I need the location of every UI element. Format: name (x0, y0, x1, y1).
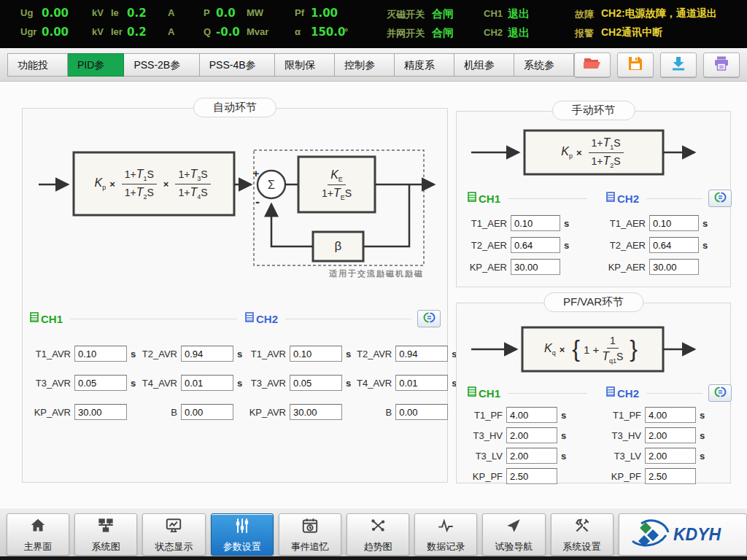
parameter-field: T1_AVRs (245, 346, 351, 362)
tab-控制参数[interactable]: 控制参数 (335, 53, 395, 77)
ch1-header: CH1 (468, 385, 593, 401)
parameter-label: KP_PF (606, 471, 641, 482)
tab-机组参数[interactable]: 机组参数 (454, 53, 514, 77)
print-button[interactable] (703, 52, 740, 77)
parameter-label: T1_AVR (30, 349, 71, 359)
variable: T1 (603, 137, 614, 149)
save-button[interactable] (617, 52, 654, 77)
input-ch1-t1_avr[interactable] (74, 346, 127, 362)
formula-text: 1 (610, 335, 616, 346)
input-ch1-t2_avr[interactable] (181, 346, 233, 362)
variable: Kq (544, 342, 556, 357)
nav-趋势图[interactable]: 趋势图 (347, 513, 409, 556)
input-ch1-kp_aer[interactable] (511, 259, 560, 275)
input-ch1-b[interactable] (181, 404, 233, 420)
channel-table-icon (468, 192, 476, 205)
channel-table-icon (30, 312, 39, 325)
input-ch2-t1_aer[interactable] (649, 215, 699, 231)
input-ch1-kp_pf[interactable] (506, 468, 557, 484)
input-ch1-t4_avr[interactable] (181, 375, 233, 391)
unit-label: s (346, 378, 351, 389)
tab-PSS-2B参数[interactable]: PSS-2B参数 (124, 53, 199, 77)
parameter-field: T3_AVRs (30, 375, 136, 391)
variable: Kp (561, 145, 573, 160)
copy-parameters-sync-button[interactable] (708, 190, 732, 207)
tab-PSS-4B参数[interactable]: PSS-4B参数 (200, 53, 275, 77)
formula-text: 1 + (584, 343, 599, 356)
channel-table-icon (606, 386, 615, 400)
input-ch1-t3_hv[interactable] (506, 427, 557, 443)
formula-text: 1+ (125, 168, 136, 180)
input-ch2-t1_pf[interactable] (645, 407, 696, 423)
nav-系统图[interactable]: 系统图 (74, 513, 137, 556)
input-ch1-t3_avr[interactable] (74, 375, 127, 391)
input-ch2-t2_aer[interactable] (649, 237, 699, 253)
input-ch2-t2_avr[interactable] (395, 346, 448, 362)
parameter-field: KP_PF (606, 468, 732, 484)
input-ch1-t1_aer[interactable] (511, 215, 560, 231)
input-ch2-kp_avr[interactable] (290, 404, 342, 420)
nav-主界面[interactable]: 主界面 (7, 513, 69, 556)
nav-事件追忆[interactable]: 事件追忆 (279, 513, 341, 556)
input-ch1-t3_lv[interactable] (506, 448, 557, 464)
bottom-dark-strip (0, 556, 747, 560)
nav-label: 事件追忆 (291, 540, 329, 553)
input-ch2-kp_pf[interactable] (645, 468, 696, 484)
open-file-button[interactable] (574, 52, 611, 77)
breaker-status-label: 灭磁开关 (387, 8, 425, 21)
sum-symbol: Σ (268, 179, 275, 191)
input-ch1-t2_aer[interactable] (511, 237, 560, 253)
ch2-header: CH2 (606, 385, 732, 401)
input-ch1-t1_pf[interactable] (506, 407, 557, 423)
formula-text: 1+ (178, 187, 190, 198)
unit-label: s (700, 430, 705, 441)
input-ch2-kp_aer[interactable] (649, 259, 699, 275)
formula-text: 1+ (178, 168, 190, 180)
header-divider (508, 198, 587, 199)
ch1-header: CH1 (468, 190, 593, 206)
top-status-bar: Ug0.00kVIe0.2AP0.0MWPf1.00Ugr0.00kVIer0.… (0, 0, 747, 48)
channel-name: CH2 (617, 387, 639, 400)
file-toolbar (574, 52, 740, 77)
input-ch1-kp_avr[interactable] (74, 404, 127, 420)
import-button[interactable] (660, 52, 697, 77)
input-ch2-t3_avr[interactable] (290, 375, 342, 391)
channel-status-value: 退出 (508, 7, 530, 21)
printer-icon (713, 55, 729, 74)
input-ch2-t4_avr[interactable] (395, 375, 448, 391)
parameter-field: KP_PF (468, 468, 593, 484)
nav-系统设置[interactable]: 系统设置 (551, 513, 614, 556)
parameter-label: T1_AER (606, 218, 646, 229)
nav-参数设置[interactable]: 参数设置 (211, 513, 274, 556)
system-diagram-icon (96, 516, 115, 538)
parameter-label: T3_HV (468, 430, 503, 441)
nav-状态显示[interactable]: 状态显示 (142, 513, 205, 556)
tab-限制保护[interactable]: 限制保护 (275, 53, 335, 77)
copy-parameters-sync-button[interactable] (417, 310, 441, 327)
input-ch2-b[interactable] (395, 404, 448, 420)
tab-PID参数[interactable]: PID参数 (68, 53, 124, 77)
alert-message: CH2通讯中断 (601, 26, 662, 39)
tab-strip: 功能投退PID参数PSS-2B参数PSS-4B参数限制保护控制参数精度系数机组参… (7, 53, 574, 77)
input-ch2-t3_lv[interactable] (645, 448, 696, 464)
kdyh-logo-text: KDYH (673, 525, 721, 544)
formula-text: S (147, 168, 154, 180)
tab-系统参数[interactable]: 系统参数 (514, 53, 574, 77)
auto-transfer-function: Kp×1+T1S1+T2S×1+T3S1+T4S (74, 152, 234, 215)
parameter-field: KP_AVR (245, 404, 351, 420)
parameter-field: KP_AER (468, 259, 593, 275)
input-ch2-t3_hv[interactable] (645, 427, 696, 443)
nav-试验导航[interactable]: 试验导航 (482, 513, 545, 556)
nav-数据记录[interactable]: 数据记录 (414, 513, 477, 556)
parameter-field: T3_LVs (468, 448, 593, 464)
meter-unit: A (168, 7, 174, 18)
ac-exciter-caption: 适用于交流励磁机励磁 (256, 268, 424, 279)
header-divider (646, 393, 703, 394)
input-ch2-t1_avr[interactable] (290, 346, 342, 362)
trend-chart-icon (368, 516, 387, 538)
tab-功能投退[interactable]: 功能投退 (7, 53, 68, 77)
meter-value: 1.00 (311, 7, 338, 20)
copy-parameters-sync-button[interactable] (708, 384, 732, 402)
manual-loop-panel: 手动环节 Kp×1+T1S1+T2S CH1T1_AERsT2_AERsKP_A… (456, 111, 731, 287)
tab-精度系数[interactable]: 精度系数 (395, 53, 454, 77)
